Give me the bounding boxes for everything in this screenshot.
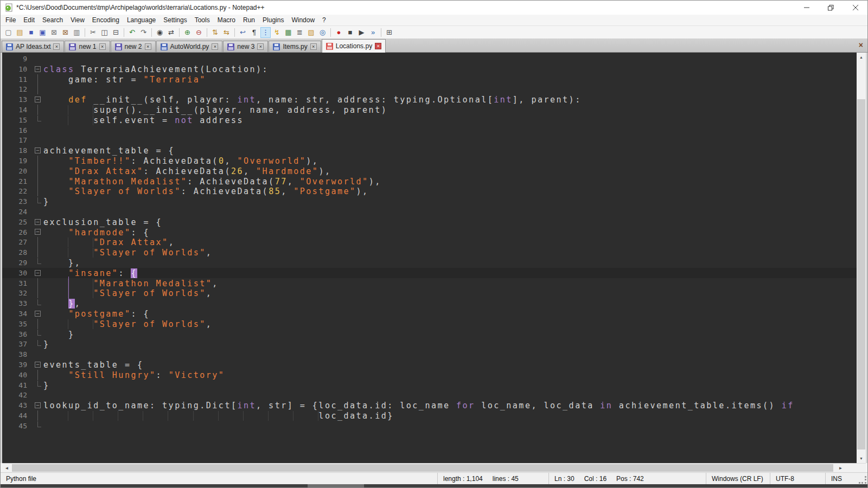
undo-button[interactable]: ↶ xyxy=(127,27,137,38)
minimize-button[interactable] xyxy=(794,1,819,15)
fold-marker-box[interactable]: – xyxy=(35,217,43,227)
menu-item-language[interactable]: Language xyxy=(123,15,159,25)
menu-item-encoding[interactable]: Encoding xyxy=(88,15,123,25)
save-file-button[interactable]: ■ xyxy=(26,27,36,38)
toolbar-separator xyxy=(179,28,180,37)
line-number: 24 xyxy=(2,208,27,216)
tab-close-icon[interactable]: × xyxy=(310,43,317,50)
fold-marker-box[interactable]: – xyxy=(35,359,43,370)
redo-button[interactable]: ↷ xyxy=(138,27,149,38)
menu-item-view[interactable]: View xyxy=(67,15,88,25)
tab-close-icon[interactable]: × xyxy=(53,43,60,50)
menu-item-tools[interactable]: Tools xyxy=(191,15,214,25)
cut-button[interactable]: ✂ xyxy=(88,27,98,38)
tab-close-icon[interactable]: × xyxy=(145,43,151,50)
close-document-button[interactable]: × xyxy=(859,41,863,49)
scroll-right-button[interactable]: ► xyxy=(836,464,845,472)
horizontal-scrollbar[interactable]: ◄ ► xyxy=(2,463,866,472)
menu-item-settings[interactable]: Settings xyxy=(159,15,190,25)
tab-close-icon[interactable]: × xyxy=(99,43,106,50)
folder-as-workspace-button[interactable]: ▧ xyxy=(306,27,316,38)
scroll-up-button[interactable]: ▲ xyxy=(857,53,866,62)
fold-marker-box[interactable]: – xyxy=(35,268,43,278)
print-button[interactable]: ▥ xyxy=(72,27,82,38)
paste-button[interactable]: ⊟ xyxy=(111,27,121,38)
tab-ap-ideas-txt[interactable]: AP Ideas.txt× xyxy=(2,41,64,52)
show-indent-guide-button[interactable]: ⋮ xyxy=(260,27,271,38)
zoom-out-button[interactable]: ⊖ xyxy=(194,27,204,38)
tab-close-icon[interactable]: × xyxy=(257,43,264,50)
code-line: 16 xyxy=(2,125,857,136)
menu-item-file[interactable]: File xyxy=(2,15,20,25)
tab-locations-py[interactable]: Locations.py× xyxy=(322,39,386,53)
document-list-button[interactable]: ≣ xyxy=(295,27,305,38)
fold-marker-box[interactable]: – xyxy=(35,227,43,237)
tab-close-icon[interactable]: × xyxy=(375,43,381,49)
save-all-button[interactable]: ▣ xyxy=(37,27,48,38)
code-text: "Still Hungry": "Victory" xyxy=(43,370,225,380)
app-icon xyxy=(4,3,13,12)
line-number: 33 xyxy=(2,299,27,307)
toolbar-separator xyxy=(85,28,85,37)
line-number: 25 xyxy=(2,218,27,226)
menubar: FileEditSearchViewEncodingLanguageSettin… xyxy=(1,15,867,25)
fold-marker-box[interactable]: – xyxy=(35,94,43,105)
sync-vertical-scroll-button[interactable]: ⇅ xyxy=(210,27,220,38)
open-file-button[interactable]: ▤ xyxy=(15,27,25,38)
menu-item-run[interactable]: Run xyxy=(239,15,259,25)
fold-marker-box[interactable]: – xyxy=(35,64,43,74)
document-map-button[interactable]: ▦ xyxy=(283,27,293,38)
new-file-button[interactable]: ▢ xyxy=(3,27,14,38)
vertical-scrollbar-thumb[interactable] xyxy=(857,99,865,450)
scroll-left-button[interactable]: ◄ xyxy=(2,464,11,472)
menu-item-edit[interactable]: Edit xyxy=(20,15,39,25)
tab-new-1[interactable]: new 1× xyxy=(65,41,110,52)
stop-recording-button[interactable]: ■ xyxy=(345,27,355,38)
close-button[interactable] xyxy=(843,1,867,15)
horizontal-scrollbar-thumb[interactable] xyxy=(12,464,833,472)
find-button[interactable]: ◉ xyxy=(155,27,165,38)
code-line: 19 "Timber!!": AchieveData(0, "Overworld… xyxy=(2,156,857,166)
resize-grip[interactable] xyxy=(859,476,866,484)
monitoring-button[interactable]: ◎ xyxy=(317,27,328,38)
tab-new-3[interactable]: new 3× xyxy=(223,41,268,52)
scroll-down-button[interactable]: ▼ xyxy=(857,454,866,463)
zoom-in-button[interactable]: ⊕ xyxy=(182,27,193,38)
code-text: } xyxy=(43,339,50,349)
fold-marker-box[interactable]: – xyxy=(35,400,43,410)
word-wrap-button[interactable]: ↩ xyxy=(238,27,248,38)
tab-items-py[interactable]: Items.py× xyxy=(269,41,321,52)
copy-button[interactable]: ◫ xyxy=(99,27,110,38)
replace-button[interactable]: ⇄ xyxy=(166,27,176,38)
fold-marker xyxy=(35,421,43,431)
tab-autoworld-py[interactable]: AutoWorld.py× xyxy=(156,41,223,52)
show-all-characters-button[interactable]: ¶ xyxy=(249,27,259,38)
vertical-scrollbar[interactable]: ▲ ▼ xyxy=(857,53,866,463)
save-recorded-macro-button[interactable]: ⊞ xyxy=(384,27,394,38)
sync-horizontal-scroll-button[interactable]: ⇆ xyxy=(221,27,232,38)
fold-marker-box[interactable]: – xyxy=(35,145,43,156)
menu-item-search[interactable]: Search xyxy=(39,15,67,25)
menu-item-plugins[interactable]: Plugins xyxy=(259,15,288,25)
function-list-button[interactable]: ↯ xyxy=(272,27,282,38)
stop-recording-icon: ■ xyxy=(348,29,353,36)
tab-close-icon[interactable]: × xyxy=(212,43,218,50)
fold-marker xyxy=(35,278,43,288)
record-macro-button[interactable]: ● xyxy=(334,27,344,38)
playback-macro-icon: ▶ xyxy=(359,29,365,36)
tab-new-2[interactable]: new 2× xyxy=(111,41,156,52)
restore-button[interactable] xyxy=(819,1,843,15)
run-macro-multiple-button[interactable]: » xyxy=(368,27,378,38)
close-all-button[interactable]: ⊠ xyxy=(60,27,71,38)
code-text: } xyxy=(43,330,75,339)
playback-macro-button[interactable]: ▶ xyxy=(356,27,367,38)
zoom-out-icon: ⊖ xyxy=(196,29,202,36)
code-line: 38 xyxy=(2,349,857,359)
line-number: 38 xyxy=(2,350,27,358)
close-file-button[interactable]: ⊠ xyxy=(49,27,59,38)
fold-marker-box[interactable]: – xyxy=(35,309,43,319)
menu-item-macro[interactable]: Macro xyxy=(214,15,239,25)
menu-item-?[interactable]: ? xyxy=(318,15,330,25)
menu-item-window[interactable]: Window xyxy=(288,15,318,25)
code-editor[interactable]: 910–class TerrariaAchievement(Location):… xyxy=(2,53,857,463)
